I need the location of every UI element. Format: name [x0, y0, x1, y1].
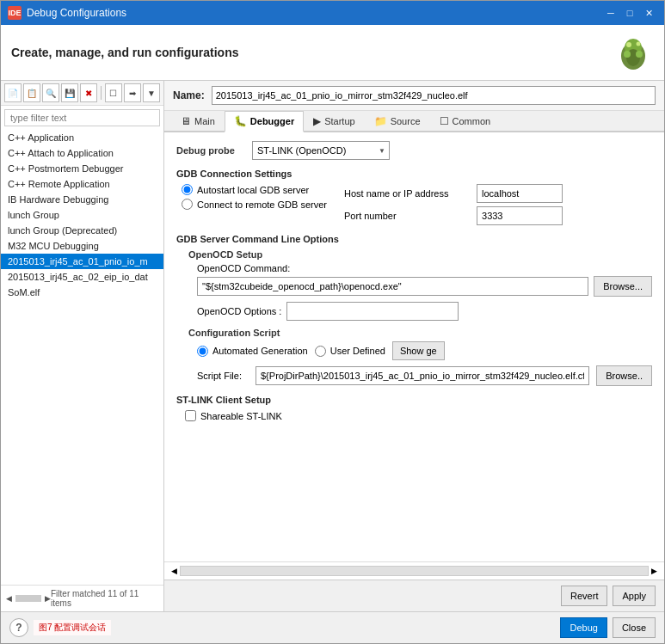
shareable-row: Shareable ST-LINK	[176, 410, 652, 421]
debug-configurations-window: IDE Debug Configurations ─ □ ✕ Create, m…	[0, 0, 665, 644]
tab-startup-label: Startup	[324, 116, 354, 126]
host-label: Host name or IP address	[344, 188, 473, 199]
scroll-left-icon[interactable]: ◀	[6, 594, 12, 603]
svg-point-6	[636, 51, 643, 58]
sidebar: 📄 📋 🔍 💾 ✖ ☐ ➡ ▼ C++ Application C++ Atta…	[1, 81, 164, 611]
toolbar-separator	[101, 86, 102, 100]
radio-connect[interactable]	[182, 199, 193, 210]
openocd-inner: OpenOCD Command: Browse... OpenOCD Optio…	[188, 263, 652, 321]
close-button[interactable]: Close	[613, 617, 656, 638]
script-file-label: Script File:	[197, 371, 249, 381]
sidebar-item-som[interactable]: SoM.elf	[1, 285, 163, 300]
sidebar-item-2015013-02[interactable]: 2015013_irj45_ac_02_eip_io_dat	[1, 269, 163, 285]
stlink-section: ST-LINK Client Setup Shareable ST-LINK	[176, 395, 652, 421]
radio-connect-label: Connect to remote GDB server	[197, 199, 327, 210]
apply-button[interactable]: Apply	[613, 586, 656, 606]
tab-common[interactable]: ☐ Common	[430, 111, 501, 131]
new-config-button[interactable]: 📄	[4, 83, 22, 102]
debug-button[interactable]: Debug	[560, 617, 607, 638]
sidebar-item-cpp-attach[interactable]: C++ Attach to Application	[1, 145, 163, 161]
svg-point-2	[626, 42, 631, 47]
title-bar-controls: ─ □ ✕	[602, 5, 657, 21]
radio-autostart[interactable]	[182, 184, 193, 195]
debug-icon	[613, 32, 654, 73]
port-row: Port number	[344, 206, 563, 225]
gdb-server-section: GDB Server Command Line Options OpenOCD …	[176, 234, 652, 386]
gdb-radio-section: Autostart local GDB server Connect to re…	[182, 184, 327, 213]
more-button[interactable]: ▼	[143, 83, 160, 102]
sidebar-item-ib-hw[interactable]: IB Hardware Debugging	[1, 192, 163, 207]
minimize-button[interactable]: ─	[602, 5, 619, 21]
browse-openocd-button[interactable]: Browse...	[594, 276, 652, 297]
debug-probe-select[interactable]: ST-LINK (OpenOCD) J-Link OpenOCD	[252, 141, 390, 160]
tab-source-label: Source	[391, 116, 421, 126]
filter-input[interactable]	[4, 109, 160, 126]
maximize-button[interactable]: □	[621, 5, 638, 21]
openocd-cmd-row: Browse...	[197, 276, 652, 297]
script-file-row: Script File: Browse..	[197, 365, 652, 386]
sidebar-list: C++ Application C++ Attach to Applicatio…	[1, 130, 163, 585]
shareable-checkbox[interactable]	[185, 410, 196, 421]
radio-auto-gen[interactable]	[197, 346, 208, 357]
revert-button[interactable]: Revert	[561, 586, 607, 606]
openocd-options-input[interactable]	[286, 302, 459, 321]
browse-script-button[interactable]: Browse..	[596, 365, 652, 386]
copy-config-button[interactable]: 📋	[23, 83, 40, 102]
footer-left: ? 图7 配置调试会话	[9, 618, 111, 637]
script-file-input[interactable]	[256, 366, 589, 385]
save-button[interactable]: 💾	[61, 83, 78, 102]
sidebar-footer: ◀ ▶ Filter matched 11 of 11 items	[1, 585, 163, 611]
scroll-left-panel[interactable]: ◀	[171, 567, 177, 575]
openocd-section: OpenOCD Setup OpenOCD Command: Browse...…	[176, 249, 652, 386]
svg-point-5	[624, 51, 631, 58]
openocd-cmd-input[interactable]	[197, 277, 588, 296]
config-script-inner: Automated Generation User Defined Show g…	[188, 341, 652, 386]
openocd-options-label: OpenOCD Options :	[197, 306, 281, 316]
sidebar-item-m32[interactable]: M32 MCU Debugging	[1, 238, 163, 254]
source-tab-icon: 📁	[374, 115, 387, 127]
debug-probe-row: Debug probe ST-LINK (OpenOCD) J-Link Ope…	[176, 141, 652, 160]
openocd-cmd-label: OpenOCD Command:	[197, 263, 652, 273]
header-title: Create, manage, and run configurations	[11, 46, 239, 59]
sidebar-item-2015013-01[interactable]: 2015013_irj45_ac_01_pnio_io_m	[1, 254, 163, 269]
sidebar-item-cpp-application[interactable]: C++ Application	[1, 130, 163, 145]
tab-startup[interactable]: ▶ Startup	[304, 111, 364, 131]
sidebar-toolbar: 📄 📋 🔍 💾 ✖ ☐ ➡ ▼	[1, 81, 163, 106]
port-input[interactable]	[477, 206, 563, 225]
host-input[interactable]	[477, 184, 563, 203]
tab-main-label: Main	[194, 116, 215, 126]
name-input[interactable]	[212, 86, 656, 105]
scroll-right-panel[interactable]: ▶	[651, 567, 657, 575]
debug-probe-label: Debug probe	[176, 145, 245, 156]
footer-right: Debug Close	[560, 617, 656, 638]
help-button[interactable]: ?	[9, 618, 28, 637]
name-row: Name:	[164, 81, 664, 111]
tabs-bar: 🖥 Main 🐛 Debugger ▶ Startup 📁 Source ☐	[164, 111, 664, 132]
watermark-text: 图7 配置调试会话	[34, 620, 111, 635]
delete-button[interactable]: ✖	[80, 83, 97, 102]
openocd-setup-label: OpenOCD Setup	[188, 249, 652, 260]
right-panel: Name: 🖥 Main 🐛 Debugger ▶ Startup	[164, 81, 664, 611]
close-window-button[interactable]: ✕	[640, 5, 657, 21]
sidebar-item-lunch-deprecated[interactable]: lunch Group (Deprecated)	[1, 223, 163, 238]
scroll-right-icon[interactable]: ▶	[45, 594, 51, 603]
sidebar-scroll: ◀ ▶	[6, 594, 51, 603]
auto-gen-row: Automated Generation	[197, 346, 308, 357]
search-button[interactable]: 🔍	[42, 83, 59, 102]
sidebar-item-cpp-postmortem[interactable]: C++ Postmortem Debugger	[1, 161, 163, 176]
tab-debugger[interactable]: 🐛 Debugger	[225, 111, 304, 132]
scroll-track	[15, 595, 41, 602]
openocd-options-row: OpenOCD Options :	[197, 302, 652, 321]
dialog-footer: ? 图7 配置调试会话 Debug Close	[1, 611, 664, 643]
tab-source[interactable]: 📁 Source	[365, 111, 430, 131]
sidebar-item-cpp-remote[interactable]: C++ Remote Application	[1, 176, 163, 192]
sidebar-item-lunch[interactable]: lunch Group	[1, 207, 163, 223]
panel-content: Debug probe ST-LINK (OpenOCD) J-Link Ope…	[164, 132, 664, 561]
collapse-button[interactable]: ☐	[105, 83, 122, 102]
port-label: Port number	[344, 211, 473, 221]
radio-user-defined[interactable]	[315, 346, 326, 357]
expand-button[interactable]: ➡	[124, 83, 141, 102]
horizontal-scrollbar[interactable]	[180, 566, 649, 576]
tab-main[interactable]: 🖥 Main	[171, 111, 225, 131]
show-ge-button[interactable]: Show ge	[392, 341, 445, 360]
